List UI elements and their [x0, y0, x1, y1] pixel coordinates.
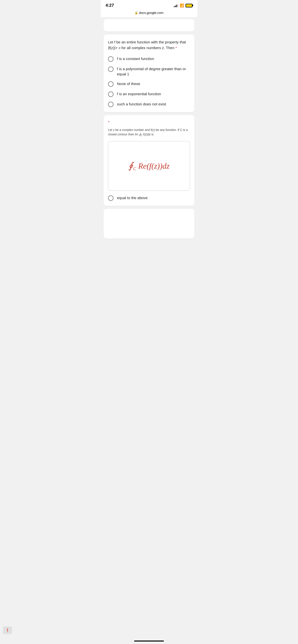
option-item-3[interactable]: None of these	[108, 81, 190, 87]
option-label-2: f is a polynomial of degree greater than…	[117, 66, 190, 77]
question1-text: Let f be an entire function with the pro…	[108, 40, 190, 50]
battery-icon: ⚡	[186, 4, 193, 8]
bottom-partial-card	[104, 209, 194, 238]
question1-options: f is a constant function f is a polynomi…	[108, 56, 190, 107]
question2-subtext: Let z be a complex number and f(z) be an…	[108, 128, 190, 137]
option-item-1[interactable]: f is a constant function	[108, 56, 190, 62]
option-item-equal[interactable]: equal to the above	[108, 195, 190, 201]
question2-required-star: *	[108, 120, 190, 124]
wifi-icon: 📶	[180, 4, 184, 8]
signal-bar-1	[174, 6, 175, 7]
option-item-2[interactable]: f is a polynomial of degree greater than…	[108, 66, 190, 77]
radio-option-4[interactable]	[108, 92, 113, 97]
url-text: docs.google.com	[139, 11, 164, 15]
signal-bars-icon	[174, 4, 178, 7]
option-label-equal: equal to the above	[117, 195, 147, 200]
option-item-4[interactable]: f is an exponential function	[108, 91, 190, 97]
url-bar: 🔒 docs.google.com	[101, 10, 197, 17]
battery-bolt: ⚡	[188, 4, 191, 7]
option-label-1: f is a constant function	[117, 56, 154, 61]
formula-box: ∮C Re(f(z))dz	[108, 141, 190, 191]
top-partial-card	[104, 19, 194, 32]
status-time: 4:27	[105, 3, 114, 8]
radio-option-1[interactable]	[108, 56, 113, 62]
signal-bar-4	[178, 4, 178, 7]
status-bar: 4:27 📶 ⚡	[101, 0, 197, 10]
radio-option-2[interactable]	[108, 66, 113, 72]
signal-bar-3	[176, 5, 177, 7]
status-icons: 📶 ⚡	[174, 4, 193, 8]
radio-option-equal[interactable]	[108, 196, 113, 201]
question1-required-star: *	[175, 46, 177, 50]
question1-card: Let f be an entire function with the pro…	[104, 34, 194, 112]
radio-option-3[interactable]	[108, 81, 113, 87]
signal-bar-2	[175, 6, 176, 7]
formula-text: ∮C Re(f(z))dz	[128, 160, 169, 172]
home-indicator	[134, 640, 164, 642]
option-label-3: None of these	[117, 81, 140, 86]
page-content: Let f be an entire function with the pro…	[101, 17, 197, 240]
option-label-5: such a function does not exist	[117, 102, 166, 107]
lock-icon: 🔒	[134, 11, 138, 14]
question2-card: * Let z be a complex number and f(z) be …	[104, 115, 194, 206]
radio-option-5[interactable]	[108, 102, 113, 107]
option-label-4: f is an exponential function	[117, 91, 161, 96]
option-item-5[interactable]: such a function does not exist	[108, 102, 190, 107]
